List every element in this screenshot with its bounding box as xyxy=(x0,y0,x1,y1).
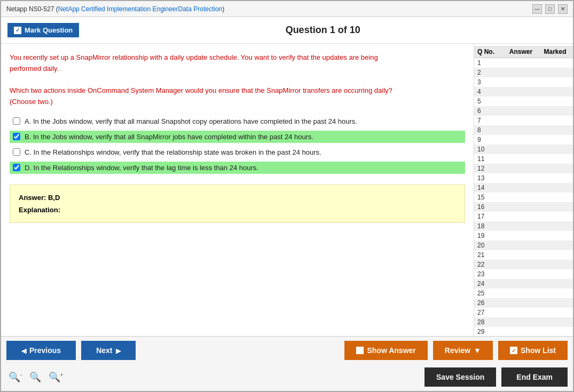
minimize-button[interactable]: — xyxy=(532,4,542,14)
mark-question-label: Mark Question xyxy=(25,26,73,34)
sidebar-row[interactable]: 26 xyxy=(474,298,573,308)
review-button[interactable]: Review ▼ xyxy=(433,341,493,360)
maximize-button[interactable]: □ xyxy=(545,4,555,14)
sidebar-row-qno: 27 xyxy=(477,309,501,316)
sidebar-row[interactable]: 3 xyxy=(474,77,573,87)
right-buttons: Save Session End Exam xyxy=(424,367,568,387)
sidebar-row-qno: 19 xyxy=(477,232,501,239)
previous-button[interactable]: Previous xyxy=(6,341,76,360)
sidebar-row-marked xyxy=(540,174,570,182)
sidebar-row[interactable]: 1 xyxy=(474,58,573,68)
sidebar-rows: 1 2 3 4 5 6 7 8 xyxy=(474,58,573,336)
sidebar-row[interactable]: 22 xyxy=(474,260,573,269)
sidebar-row[interactable]: 11 xyxy=(474,154,573,164)
answer-label-d: D. In the Relationships window, verify t… xyxy=(25,164,258,172)
answer-option-a[interactable]: A. In the Jobs window, verify that all m… xyxy=(10,115,465,127)
zoom-reset-button[interactable]: 🔍 xyxy=(27,370,43,384)
checkbox-d[interactable] xyxy=(13,164,20,171)
sidebar-row-answer xyxy=(501,232,540,239)
sidebar-row[interactable]: 12 xyxy=(474,164,573,173)
main-content: You recently set up a SnapMirror relatio… xyxy=(1,44,573,336)
sidebar-row[interactable]: 7 xyxy=(474,116,573,125)
sidebar-row[interactable]: 5 xyxy=(474,97,573,106)
show-list-button[interactable]: Show List xyxy=(498,341,568,360)
sidebar-row-answer xyxy=(501,107,540,115)
sidebar-row-answer xyxy=(501,98,540,105)
show-answer-button[interactable]: Show Answer xyxy=(344,341,427,360)
checkbox-a[interactable] xyxy=(13,117,20,125)
sidebar-row[interactable]: 21 xyxy=(474,250,573,260)
sidebar-row-marked xyxy=(540,165,570,172)
sidebar-row-answer xyxy=(501,136,540,143)
sidebar-row-marked xyxy=(540,318,570,326)
sidebar-row-marked xyxy=(540,184,570,191)
sidebar-row[interactable]: 25 xyxy=(474,289,573,298)
sidebar-row-marked xyxy=(540,290,570,297)
mark-question-button[interactable]: Mark Question xyxy=(7,23,79,37)
sidebar-row[interactable]: 4 xyxy=(474,87,573,97)
save-session-button[interactable]: Save Session xyxy=(424,367,496,387)
sidebar-row[interactable]: 23 xyxy=(474,269,573,279)
sidebar-row-qno: 17 xyxy=(477,213,501,220)
next-button[interactable]: Next xyxy=(81,341,135,360)
sidebar-row[interactable]: 24 xyxy=(474,279,573,289)
sidebar-row[interactable]: 20 xyxy=(474,241,573,250)
sidebar-row[interactable]: 15 xyxy=(474,193,573,202)
sidebar-row[interactable]: 6 xyxy=(474,106,573,116)
show-list-label: Show List xyxy=(521,346,556,355)
sidebar-row[interactable]: 27 xyxy=(474,308,573,317)
sidebar-row[interactable]: 29 xyxy=(474,327,573,336)
sidebar-row[interactable]: 18 xyxy=(474,221,573,231)
sidebar-row[interactable]: 19 xyxy=(474,231,573,241)
sidebar-row-qno: 22 xyxy=(477,261,501,268)
next-label: Next xyxy=(96,346,112,355)
zoom-in-button[interactable]: 🔍+ xyxy=(46,370,65,384)
next-arrow-icon xyxy=(116,346,121,355)
checkbox-c[interactable] xyxy=(13,148,20,156)
show-answer-icon xyxy=(356,347,364,354)
end-exam-button[interactable]: End Exam xyxy=(501,367,568,387)
window-controls: — □ ✕ xyxy=(532,4,568,14)
sidebar-row-answer xyxy=(501,222,540,230)
sidebar-row-answer xyxy=(501,78,540,86)
close-button[interactable]: ✕ xyxy=(558,4,568,14)
sidebar-row-qno: 28 xyxy=(477,318,501,326)
sidebar-row-marked xyxy=(540,194,570,201)
sidebar-row-marked xyxy=(540,213,570,220)
sidebar-row-answer xyxy=(501,194,540,201)
sidebar-row-qno: 29 xyxy=(477,328,501,335)
checkbox-b[interactable] xyxy=(13,133,20,140)
review-label: Review xyxy=(445,346,470,355)
sidebar-row[interactable]: 8 xyxy=(474,125,573,135)
window-title-link[interactable]: NetApp Certified Implementation Engineer… xyxy=(58,5,223,13)
zoom-out-button[interactable]: 🔍- xyxy=(6,370,24,384)
title-bar: Netapp NS0-527 (NetApp Certified Impleme… xyxy=(1,1,573,17)
answer-label-a: A. In the Jobs window, verify that all m… xyxy=(25,117,357,125)
sidebar-row-answer xyxy=(501,290,540,297)
sidebar-row[interactable]: 13 xyxy=(474,173,573,183)
sidebar-row-qno: 10 xyxy=(477,146,501,153)
sidebar-row[interactable]: 10 xyxy=(474,145,573,154)
bottom-toolbar: Previous Next Show Answer Review ▼ Show … xyxy=(1,336,573,391)
zoom-section: 🔍- 🔍 🔍+ xyxy=(6,370,65,384)
sidebar-row[interactable]: 2 xyxy=(474,68,573,77)
sidebar-row[interactable]: 14 xyxy=(474,183,573,193)
sidebar-row[interactable]: 9 xyxy=(474,135,573,145)
sidebar-row[interactable]: 28 xyxy=(474,317,573,327)
answer-option-c[interactable]: C. In the Relationships window, verify t… xyxy=(10,146,465,158)
sidebar-row-qno: 26 xyxy=(477,299,501,307)
sidebar-row-marked xyxy=(540,309,570,316)
sidebar-row-qno: 9 xyxy=(477,136,501,143)
sidebar-row[interactable]: 17 xyxy=(474,212,573,221)
sidebar-row-marked xyxy=(540,59,570,67)
explanation-label: Explanation: xyxy=(19,206,456,214)
answer-option-b[interactable]: B. In the Jobs window, verify that all S… xyxy=(10,131,465,143)
sidebar-row-answer xyxy=(501,213,540,220)
answer-option-d[interactable]: D. In the Relationships window, verify t… xyxy=(10,162,465,174)
sidebar-row-answer xyxy=(501,146,540,153)
sidebar-row-qno: 23 xyxy=(477,270,501,278)
sidebar-row-qno: 25 xyxy=(477,290,501,297)
sidebar-row-answer xyxy=(501,280,540,287)
sidebar-row-marked xyxy=(540,136,570,143)
sidebar-row[interactable]: 16 xyxy=(474,202,573,212)
